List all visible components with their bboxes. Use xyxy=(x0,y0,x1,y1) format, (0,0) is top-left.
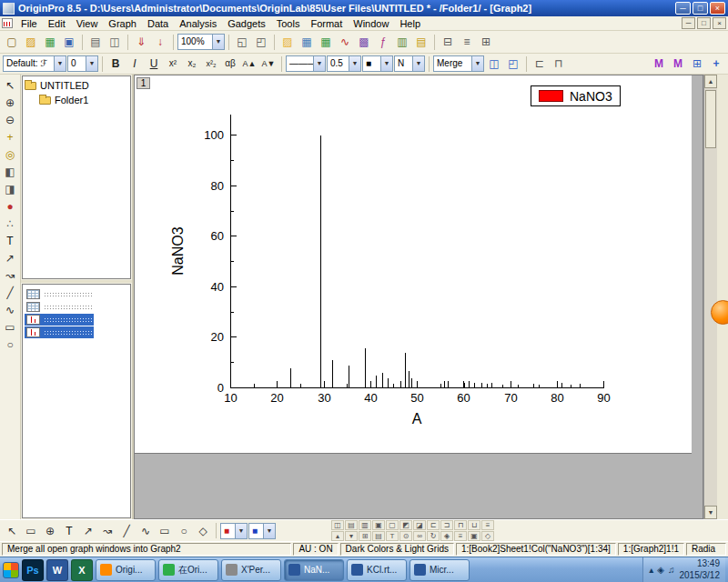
scroll-down-button[interactable]: ▼ xyxy=(704,506,717,519)
start-button[interactable] xyxy=(3,562,19,578)
word-nano3-taskbar-button[interactable]: NaN... xyxy=(284,559,344,581)
lock-position-button[interactable]: ◈ xyxy=(440,531,453,541)
add-text-button[interactable]: T xyxy=(386,531,399,541)
super-subscript-button[interactable]: x²₂ xyxy=(202,55,220,73)
add-date-time-button[interactable]: ⊙ xyxy=(399,531,412,541)
add-legend-button[interactable]: ▤ xyxy=(372,531,385,541)
polygon-annotation-tool-button[interactable]: ◇ xyxy=(194,522,212,539)
subscript-button[interactable]: x₂ xyxy=(183,55,201,73)
menu-view[interactable]: View xyxy=(71,17,104,30)
menu-edit[interactable]: Edit xyxy=(43,17,71,30)
layer-management-button[interactable]: + xyxy=(707,55,725,73)
new-notes-button[interactable]: ▤ xyxy=(412,34,430,51)
menu-graph[interactable]: Graph xyxy=(103,17,142,30)
align-top-button[interactable]: ⊓ xyxy=(454,520,467,530)
greek-symbols-button[interactable]: αβ xyxy=(221,55,239,73)
align-bottom-button[interactable]: ⊔ xyxy=(468,520,480,530)
folder1-node[interactable]: Folder1 xyxy=(25,93,128,107)
new-workbook-button[interactable]: ▦ xyxy=(298,34,316,51)
extract-layer-button[interactable]: ◰ xyxy=(504,55,522,73)
chevron-down-icon[interactable]: ▼ xyxy=(263,524,275,538)
maximize-button[interactable]: □ xyxy=(693,2,708,15)
title-bar[interactable]: OriginPro 8.5 - D:\Users\Administrator\D… xyxy=(0,0,728,16)
text-tool-button[interactable]: T xyxy=(2,233,19,249)
minimize-button[interactable]: ─ xyxy=(675,2,691,15)
chart-legend[interactable]: NaNO3 xyxy=(531,85,621,106)
graph-window-item[interactable] xyxy=(25,314,94,326)
new-matrix-button[interactable]: ▩ xyxy=(355,34,373,51)
chevron-down-icon[interactable]: ▼ xyxy=(349,56,360,71)
mask-range-tool-button[interactable]: ● xyxy=(2,198,19,215)
object-settings-button[interactable]: ◇ xyxy=(481,531,494,541)
data-reader-tool-button[interactable]: ◎ xyxy=(2,146,19,163)
word-micr-taskbar-button[interactable]: Micr... xyxy=(410,559,470,581)
add-axis-button[interactable]: ⊞ xyxy=(359,531,371,541)
zoom-tool-button[interactable]: ⊕ xyxy=(41,522,59,539)
word-quicklaunch-icon[interactable]: W xyxy=(46,559,68,581)
chevron-down-icon[interactable]: ▼ xyxy=(471,56,483,71)
zoom-combo[interactable]: 100%▼ xyxy=(177,34,225,50)
scroll-thumb[interactable] xyxy=(705,90,716,148)
chevron-down-icon[interactable]: ▼ xyxy=(86,56,97,71)
line-annotation-tool-button[interactable]: ╱ xyxy=(117,522,136,539)
new-excel-workbook-button[interactable]: ▦ xyxy=(317,34,335,51)
polyline-tool-button[interactable]: ∿ xyxy=(2,302,19,318)
rescale-layer-button[interactable]: ◱ xyxy=(233,34,251,51)
menu-help[interactable]: Help xyxy=(394,17,426,30)
fit-page-button[interactable]: ◰ xyxy=(252,34,270,51)
text-annotation-tool-button[interactable]: T xyxy=(60,522,78,539)
paste-format-button[interactable]: ▥ xyxy=(359,520,371,530)
chevron-down-icon[interactable]: ▼ xyxy=(313,56,325,71)
chevron-down-icon[interactable]: ▼ xyxy=(212,35,224,49)
decrease-font-size-button[interactable]: A▼ xyxy=(259,55,278,73)
chevron-down-icon[interactable]: ▼ xyxy=(380,56,392,71)
hidden-icons-icon[interactable]: ▴ xyxy=(649,565,653,575)
command-window-toggle-button[interactable]: ⊞ xyxy=(477,34,495,51)
new-layer-button[interactable]: ⊞ xyxy=(688,55,706,73)
zoom-out-tool-button[interactable]: ⊖ xyxy=(2,112,19,128)
ellipse-tool-button[interactable]: ○ xyxy=(2,336,19,353)
excel-quicklaunch-icon[interactable]: X xyxy=(71,559,93,581)
vertical-scrollbar[interactable]: ▲ ▼ xyxy=(703,75,717,519)
graph-page[interactable]: 102030405060708090020406080100ANaNO3 1 N… xyxy=(135,75,692,453)
menu-gadgets[interactable]: Gadgets xyxy=(222,17,271,30)
selection-on-active-plot-tool-button[interactable]: ◨ xyxy=(2,181,19,197)
child-minimize-button[interactable]: ─ xyxy=(682,17,695,29)
new-project-button[interactable]: ▢ xyxy=(3,34,21,51)
import-single-ascii-button[interactable]: ↓ xyxy=(151,34,169,51)
menu-tools[interactable]: Tools xyxy=(271,17,306,30)
word-kcl-taskbar-button[interactable]: KCl.rt... xyxy=(347,559,407,581)
object-line-color-combo[interactable]: ■▼ xyxy=(248,523,276,539)
copy-format-button[interactable]: ▤ xyxy=(345,520,358,530)
rectangle-tool-button[interactable]: ▭ xyxy=(2,319,19,336)
clock[interactable]: 13:49 2015/3/12 xyxy=(680,558,721,581)
align-left-layers-button[interactable]: ⊏ xyxy=(531,55,549,73)
duplicate-object-button[interactable]: ◫ xyxy=(331,520,344,530)
menu-window[interactable]: Window xyxy=(348,17,394,30)
graph-window-item[interactable] xyxy=(25,326,94,338)
workbook-window-item[interactable] xyxy=(25,301,94,313)
send-to-back-button[interactable]: ◪ xyxy=(413,520,426,530)
scroll-up-button[interactable]: ▲ xyxy=(704,75,717,88)
bold-button[interactable]: B xyxy=(106,55,125,73)
import-wizard-button[interactable]: ⇓ xyxy=(132,34,150,51)
draw-data-tool-button[interactable]: ∴ xyxy=(2,216,19,232)
volume-icon[interactable]: ♫ xyxy=(668,565,675,575)
line-style-combo[interactable]: ———▼ xyxy=(286,55,326,72)
menu-data[interactable]: Data xyxy=(142,17,174,30)
chevron-down-icon[interactable]: ▼ xyxy=(235,524,247,538)
line-tool-button[interactable]: ╱ xyxy=(2,285,19,301)
update-legend-button[interactable]: ↻ xyxy=(427,531,440,541)
open-button[interactable]: ▨ xyxy=(22,34,40,51)
curved-arrow-tool-button[interactable]: ↝ xyxy=(2,267,19,284)
insert-link-button[interactable]: ∞ xyxy=(413,531,426,541)
chevron-down-icon[interactable]: ▼ xyxy=(54,56,66,71)
new-function-plot-button[interactable]: ƒ xyxy=(374,34,392,51)
arrow-annotation-tool-button[interactable]: ↗ xyxy=(79,522,97,539)
results-log-toggle-button[interactable]: ≡ xyxy=(458,34,476,51)
bring-to-front-button[interactable]: ◩ xyxy=(399,520,412,530)
close-button[interactable]: × xyxy=(710,2,725,15)
font-size-combo[interactable]: 0▼ xyxy=(67,55,98,72)
align-left-button[interactable]: ⊏ xyxy=(427,520,440,530)
xpert-taskbar-button[interactable]: X'Per... xyxy=(221,559,281,581)
